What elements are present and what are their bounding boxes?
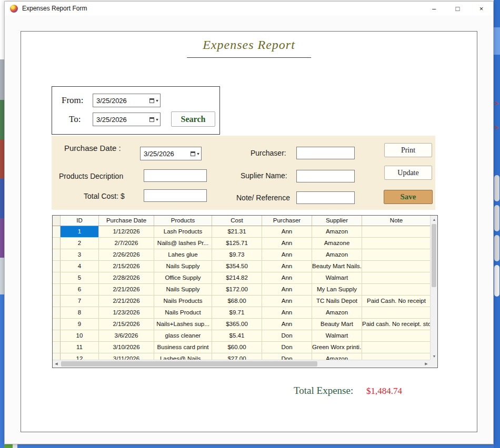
cell[interactable]: 5 [61, 272, 99, 284]
vertical-scroll-thumb[interactable] [432, 224, 436, 287]
column-header-purchaser[interactable]: Purchaser [262, 216, 312, 226]
cell[interactable] [362, 249, 430, 261]
cell[interactable]: 3/11/2026 [99, 353, 154, 360]
cell[interactable]: $27.00 [212, 353, 262, 360]
row-selector[interactable] [53, 249, 61, 261]
cell[interactable]: Beauty Mart [312, 319, 362, 330]
cell[interactable]: Amazon [312, 353, 362, 360]
cell[interactable] [362, 238, 430, 249]
cell[interactable] [362, 330, 430, 342]
cell[interactable]: Ann [262, 319, 312, 330]
row-selector[interactable] [53, 330, 61, 342]
cell[interactable]: Nails Supply [154, 284, 212, 296]
row-selector[interactable] [53, 342, 61, 353]
cell[interactable]: Lash Products [154, 226, 212, 238]
calendar-dropdown-icon[interactable]: ▼ [189, 147, 201, 160]
cell[interactable]: Don [262, 353, 312, 360]
cell[interactable]: Ann [262, 238, 312, 249]
note-reference-input[interactable] [296, 191, 355, 204]
row-selector[interactable] [53, 353, 61, 360]
products-description-input[interactable] [144, 169, 207, 182]
cell[interactable]: 10 [61, 330, 99, 342]
cell[interactable]: Lahes glue [154, 249, 212, 261]
cell[interactable] [362, 261, 430, 272]
cell[interactable]: $9.71 [212, 307, 262, 319]
cell[interactable]: $9.73 [212, 249, 262, 261]
cell[interactable]: $354.50 [212, 261, 262, 272]
supplier-name-input[interactable] [296, 170, 355, 182]
cell[interactable]: My Lan Supply [312, 284, 362, 296]
cell[interactable]: 9 [61, 319, 99, 330]
scroll-up-icon[interactable]: ▲ [431, 216, 438, 223]
scroll-right-icon[interactable]: ▶ [423, 360, 430, 368]
table-row[interactable]: 11/12/2026Lash Products$21.31AnnAmazon [53, 226, 430, 238]
print-button[interactable]: Print [384, 143, 432, 157]
column-header-id[interactable]: ID [61, 216, 99, 226]
cell[interactable]: $214.82 [212, 272, 262, 284]
save-button[interactable]: Save [384, 190, 433, 204]
calendar-dropdown-icon[interactable]: ▼ [148, 94, 160, 107]
table-row[interactable]: 52/28/2026Office Supply$214.82AnnWalmart [53, 272, 430, 284]
cell[interactable]: 2/26/2026 [99, 249, 154, 261]
cell[interactable]: $5.41 [212, 330, 262, 342]
cell[interactable]: 1/23/2026 [99, 307, 154, 319]
cell[interactable]: Ann [262, 307, 312, 319]
cell[interactable]: $125.71 [212, 238, 262, 249]
cell[interactable]: Ann [262, 249, 312, 261]
select-all-cell[interactable] [53, 216, 61, 226]
cell[interactable]: 8 [61, 307, 99, 319]
horizontal-scroll-thumb[interactable] [61, 361, 317, 366]
row-selector[interactable] [53, 261, 61, 272]
calendar-dropdown-icon[interactable]: ▼ [148, 113, 160, 126]
cell[interactable]: Beauty Mart Nails... [312, 261, 362, 272]
cell[interactable] [362, 307, 430, 319]
cell[interactable]: Lashes@ Nails... [154, 353, 212, 360]
cell[interactable]: Paid Cash. No receipt [362, 296, 430, 307]
cell[interactable]: Amazon [312, 249, 362, 261]
cell[interactable]: Don [262, 342, 312, 353]
update-button[interactable]: Update [384, 166, 432, 180]
cell[interactable]: $68.00 [212, 296, 262, 307]
maximize-button[interactable]: □ [446, 2, 469, 15]
table-row[interactable]: 113/10/2026Business card print$60.00DonG… [53, 342, 430, 353]
cell[interactable]: 3/10/2026 [99, 342, 154, 353]
cell[interactable]: Ann [262, 272, 312, 284]
cell[interactable]: $172.00 [212, 284, 262, 296]
row-selector[interactable] [53, 307, 61, 319]
scroll-left-icon[interactable]: ◀ [53, 360, 60, 368]
horizontal-scrollbar[interactable]: ◀ ▶ [53, 360, 430, 368]
cell[interactable]: 2/21/2026 [99, 284, 154, 296]
title-bar[interactable]: Expenses Report Form – □ × [5, 2, 493, 15]
close-button[interactable]: × [469, 2, 493, 15]
vertical-scrollbar[interactable]: ▲ ▼ [430, 216, 437, 360]
cell[interactable]: 7 [61, 296, 99, 307]
cell[interactable] [362, 284, 430, 296]
column-header-products[interactable]: Products [154, 216, 212, 226]
cell[interactable]: Ann [262, 261, 312, 272]
table-row[interactable]: 62/21/2026Nails Supply$172.00AnnMy Lan S… [53, 284, 430, 296]
cell[interactable] [362, 353, 430, 360]
cell[interactable] [362, 342, 430, 353]
cell[interactable]: Amazon [312, 226, 362, 238]
column-header-cost[interactable]: Cost [212, 216, 262, 226]
cell[interactable]: Nails Supply [154, 261, 212, 272]
cell[interactable]: Walmart [312, 330, 362, 342]
cell[interactable]: glass cleaner [154, 330, 212, 342]
cell[interactable]: Nails Product [154, 307, 212, 319]
table-row[interactable]: 22/7/2026Nails@ lashes Pr...$125.71AnnAm… [53, 238, 430, 249]
cell[interactable]: Amazon [312, 307, 362, 319]
column-header-note[interactable]: Note [362, 216, 431, 226]
table-row[interactable]: 81/23/2026Nails Product$9.71AnnAmazon [53, 307, 430, 319]
cell[interactable]: Ann [262, 284, 312, 296]
row-selector[interactable] [53, 284, 61, 296]
cell[interactable]: Paid cash. No receipt. store... [362, 319, 430, 330]
total-cost-input[interactable] [144, 189, 207, 202]
cell[interactable]: 1/12/2026 [99, 226, 154, 238]
purchase-date-picker[interactable]: 3/25/2026 ▼ [140, 147, 202, 160]
minimize-button[interactable]: – [422, 2, 446, 15]
cell[interactable]: Amazone [312, 238, 362, 249]
cell[interactable]: Green Worx printi... [312, 342, 362, 353]
table-row[interactable]: 32/26/2026Lahes glue$9.73AnnAmazon [53, 249, 430, 261]
table-row[interactable]: 103/6/2026glass cleaner$5.41DonWalmart [53, 330, 430, 342]
table-row[interactable]: 42/15/2026Nails Supply$354.50AnnBeauty M… [53, 261, 430, 272]
